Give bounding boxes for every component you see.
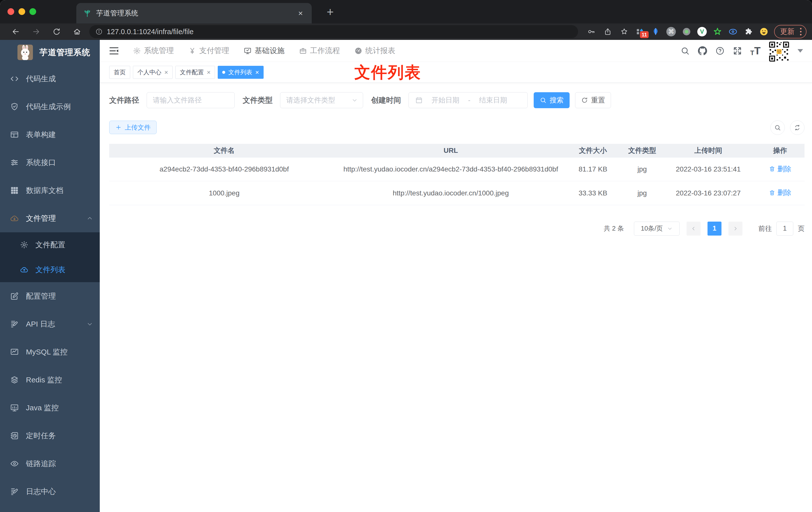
bookmark-star-icon[interactable] [616, 25, 633, 39]
sidebar-item-file-management[interactable]: 文件管理 [0, 204, 100, 232]
extension-vue-devtools-icon[interactable]: V [694, 25, 710, 39]
topnav-payment-management[interactable]: 支付管理 [181, 40, 236, 62]
cell-filename: a294ecb2-73dd-4353-bf40-296b8931d0bf [109, 157, 339, 181]
extension-grey-green-icon[interactable] [679, 25, 694, 39]
sidebar-item-config-management[interactable]: 配置管理 [0, 282, 100, 310]
search-button[interactable]: 搜索 [534, 92, 570, 108]
prev-page-button[interactable] [687, 221, 700, 236]
share-icon[interactable] [600, 25, 616, 39]
back-button[interactable] [5, 25, 26, 39]
fullscreen-icon[interactable] [733, 46, 742, 56]
reset-button[interactable]: 重置 [575, 92, 611, 108]
sidebar-item-code-generation[interactable]: 代码生成 [0, 65, 100, 93]
zoom-window-button[interactable] [29, 8, 36, 15]
reload-button[interactable] [47, 25, 67, 39]
sidebar-item-label: API 日志 [26, 319, 79, 329]
sidebar-item-code-gen-example[interactable]: 代码生成示例 [0, 93, 100, 121]
extension-eye-icon[interactable] [725, 25, 741, 39]
minimize-window-button[interactable] [19, 8, 25, 15]
main-area: 系统管理 支付管理 基础设施 工作流程 统计报表 [100, 40, 812, 512]
date-range-picker[interactable]: - [408, 92, 528, 108]
extensions-puzzle-icon[interactable] [741, 25, 756, 39]
topnav-label: 系统管理 [144, 46, 174, 56]
sidebar-logo[interactable]: 芋道管理系统 [0, 40, 100, 65]
browser-update-button[interactable]: 更新 [774, 25, 807, 38]
tag-close-icon[interactable]: × [207, 69, 210, 76]
extension-kite-icon[interactable] [648, 25, 663, 39]
goto-page-input[interactable] [776, 221, 793, 236]
file-type-placeholder: 请选择文件类型 [286, 95, 335, 105]
close-window-button[interactable] [7, 8, 14, 15]
sidebar-item-file-config[interactable]: 文件配置 [0, 232, 100, 257]
browser-address-bar: 127.0.0.1:1024/infra/file/file 11 ⌘ V 更新 [0, 24, 812, 40]
calendar-icon [415, 96, 423, 104]
tag-file-list[interactable]: 文件列表× [218, 66, 263, 79]
sidebar-item-label: 文件管理 [26, 213, 79, 223]
pagination-goto: 前往 页 [758, 221, 805, 236]
sidebar-item-java-monitor[interactable]: Java 监控 [0, 394, 100, 422]
topnav-infrastructure[interactable]: 基础设施 [236, 40, 292, 62]
font-size-icon[interactable]: TT [750, 46, 761, 56]
browser-menu-dots-icon[interactable] [797, 28, 805, 35]
sidebar-item-db-doc[interactable]: 数据库文档 [0, 177, 100, 204]
column-header-time: 上传时间 [661, 144, 756, 157]
sidebar-item-file-list[interactable]: 文件列表 [0, 257, 100, 282]
plus-icon [115, 124, 122, 131]
tag-file-config[interactable]: 文件配置× [175, 66, 215, 79]
shield-check-icon [10, 102, 19, 111]
tag-home[interactable]: 首页 [109, 66, 130, 79]
sidebar-item-mysql-monitor[interactable]: MySQL 监控 [0, 338, 100, 366]
gear-icon [20, 241, 28, 249]
refresh-table-button[interactable] [790, 120, 805, 135]
file-type-select[interactable]: 请选择文件类型 [280, 92, 363, 108]
header-actions: TT [680, 40, 803, 62]
sidebar-item-tracing[interactable]: 链路追踪 [0, 450, 100, 478]
extension-command-icon[interactable]: ⌘ [663, 25, 679, 39]
cell-size: 33.33 KB [562, 181, 624, 205]
sidebar-item-system-api[interactable]: 系统接口 [0, 149, 100, 177]
page-info-icon[interactable] [95, 28, 103, 35]
delete-button[interactable]: 删除 [769, 187, 791, 198]
user-avatar-qr[interactable] [768, 41, 789, 62]
upload-button[interactable]: 上传文件 [109, 121, 156, 134]
avatar-dropdown-caret-icon[interactable] [798, 49, 803, 53]
sidebar-item-scheduled-tasks[interactable]: 定时任务 [0, 422, 100, 450]
forward-button[interactable] [26, 25, 47, 39]
dashboard-icon [354, 47, 362, 55]
url-bar[interactable]: 127.0.0.1:1024/infra/file/file [89, 25, 578, 38]
extension-emoji-icon[interactable] [756, 25, 772, 39]
sidebar-item-api-log[interactable]: API 日志 [0, 310, 100, 338]
end-date-input[interactable] [473, 96, 513, 104]
password-key-icon[interactable] [583, 25, 600, 39]
tag-profile[interactable]: 个人中心× [133, 66, 173, 79]
browser-tab[interactable]: 芋道管理系统 × [76, 3, 312, 24]
next-page-button[interactable] [728, 221, 743, 236]
cell-time: 2022-03-16 23:51:41 [661, 157, 756, 181]
sidebar-item-form-builder[interactable]: 表单构建 [0, 121, 100, 149]
tab-close-icon[interactable]: × [296, 9, 305, 18]
tag-close-icon[interactable]: × [255, 69, 259, 76]
browser-window: 芋道管理系统 × + 127.0.0.1:1024/infra/file/fil… [0, 0, 812, 512]
sidebar-item-redis-monitor[interactable]: Redis 监控 [0, 366, 100, 394]
help-icon[interactable] [715, 46, 725, 56]
traffic-lights [7, 8, 36, 15]
topnav-workflow[interactable]: 工作流程 [292, 40, 347, 62]
topnav-system-management[interactable]: 系统管理 [126, 40, 181, 62]
page-size-select[interactable]: 10条/页 [634, 221, 679, 236]
new-tab-button[interactable]: + [323, 5, 337, 20]
topnav-statistics-report[interactable]: 统计报表 [347, 40, 403, 62]
file-path-input[interactable] [148, 96, 233, 104]
start-date-input[interactable] [426, 96, 465, 104]
tag-close-icon[interactable]: × [164, 69, 168, 76]
home-button[interactable] [67, 25, 87, 39]
toggle-search-button[interactable] [770, 120, 785, 135]
sidebar-item-label: MySQL 监控 [26, 347, 93, 357]
sidebar-item-log-center[interactable]: 日志中心 [0, 478, 100, 506]
search-icon[interactable] [680, 46, 690, 56]
extension-tag-assistant-icon[interactable]: 11 [633, 25, 648, 39]
page-number-button[interactable]: 1 [707, 221, 722, 236]
github-icon[interactable] [698, 46, 707, 56]
delete-button[interactable]: 删除 [769, 163, 791, 175]
sidebar-collapse-icon[interactable] [108, 45, 120, 57]
extension-green-star-icon[interactable] [710, 25, 725, 39]
